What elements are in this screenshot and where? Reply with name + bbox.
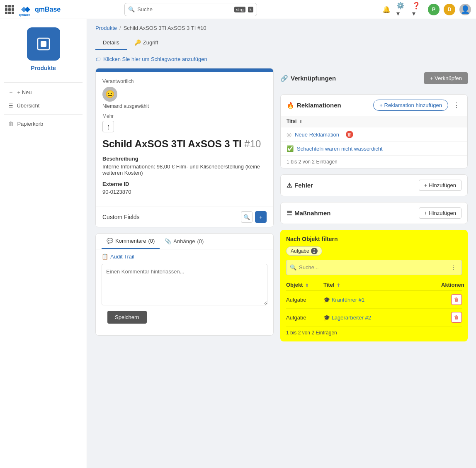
tags-bar[interactable]: 🏷 Klicken Sie hier um Schlagworte anzufü…: [95, 56, 468, 62]
comments-tab-kommentare[interactable]: 💬 Kommentare (0): [102, 234, 160, 249]
massnahmen-header: ☰ Maßnahmen + Hinzufügen: [281, 202, 467, 224]
search-bar[interactable]: 🔍 strg k: [124, 3, 257, 16]
sidebar-item-trash[interactable]: 🗑 Papierkorb: [4, 117, 82, 130]
sidebar-module-label: Produkte: [31, 65, 56, 71]
reklamation-link-1[interactable]: Schachteln waren nicht wasserdicht: [297, 146, 383, 152]
sidebar-item-overview[interactable]: ☰ Übersicht: [4, 99, 82, 112]
product-title-text: Schild AxSOS 3TI AxSOS 3 TI: [102, 138, 242, 149]
sidebar-divider-2: [4, 115, 82, 115]
verk-title: 🔗 Verknüpfungen: [280, 75, 336, 82]
attachment-icon: 📎: [165, 238, 171, 244]
row0-titel-link[interactable]: Kranführer #1: [332, 297, 365, 303]
col-objekt-header: Objekt ⬆: [286, 282, 323, 288]
objekt-sort: ⬆: [305, 283, 308, 288]
save-button[interactable]: Speichern: [107, 311, 147, 324]
col-titel-header: Titel ⬆: [323, 282, 441, 288]
status-icon-grey: ◎: [287, 131, 291, 138]
sidebar-item-trash-label: Papierkorb: [17, 121, 43, 127]
row0-objekt: Aufgabe: [286, 297, 323, 303]
fehler-title: ⚠ Fehler: [287, 182, 313, 189]
col-right: 🔗 Verknüpfungen + Verknüpfen 🔥 Reklamati…: [280, 68, 468, 341]
status-icon-green: ✅: [287, 145, 294, 152]
reklamation-link-0[interactable]: Neue Reklamation: [295, 132, 339, 138]
filter-badge-aufgabe[interactable]: Aufgabe 2: [286, 246, 322, 256]
externe-id-value: 90-0123870: [102, 189, 267, 195]
audit-trail-link[interactable]: 📋 Audit Trail: [96, 249, 273, 264]
sidebar-item-new-label: + Neu: [17, 89, 32, 95]
massnahmen-card: ☰ Maßnahmen + Hinzufügen: [280, 202, 468, 224]
row0-delete-button[interactable]: 🗑: [451, 294, 462, 305]
anhaenge-label: Anhänge: [173, 238, 195, 244]
fehler-title-text: Fehler: [294, 182, 313, 189]
grid-icon[interactable]: [5, 5, 14, 14]
nach-objekt-panel: Nach Objekt filtern Aufgabe 2 🔍 ⋮: [280, 230, 468, 341]
svg-rect-3: [41, 41, 46, 47]
avatar-niemand: 😐: [102, 87, 117, 102]
tab-details[interactable]: Details: [95, 36, 127, 50]
verk-title-text: Verknüpfungen: [291, 75, 336, 82]
nach-objekt-table-header: Objekt ⬆ Titel ⬆ Aktionen: [286, 279, 462, 291]
list-icon: ☰: [8, 102, 13, 109]
avatar-d[interactable]: D: [444, 4, 455, 15]
audit-icon: 📋: [102, 254, 108, 260]
topbar-right: 🔔 ⚙️ ▾ ❓ ▾ P D 👤: [381, 4, 471, 15]
task-icon-0: 🎓: [323, 297, 330, 303]
custom-fields-search-button[interactable]: 🔍: [241, 211, 253, 223]
col-aktionen-header: Aktionen: [441, 282, 462, 288]
avatar-user[interactable]: 👤: [459, 4, 471, 15]
topbar: qmBase qmBase 🔍 strg k 🔔 ⚙️ ▾ ❓ ▾ P D 👤: [0, 0, 476, 19]
search-icon-yellow: 🔍: [290, 264, 296, 271]
nach-objekt-search-input[interactable]: [299, 264, 446, 271]
custom-fields-add-button[interactable]: +: [255, 211, 267, 223]
row1-titel-link[interactable]: Lagerarbeiter #2: [332, 314, 371, 321]
nach-objekt-row-1: Aufgabe 🎓 Lagerarbeiter #2 🗑: [286, 309, 462, 327]
sidebar: Produkte ＋ + Neu ☰ Übersicht 🗑 Papierkor…: [0, 19, 87, 468]
help-icon[interactable]: ❓ ▾: [412, 4, 424, 15]
product-module-icon: [27, 27, 60, 61]
niemand-text: Niemand ausgewählt: [102, 103, 267, 109]
key-icon: 🔑: [134, 39, 141, 46]
reklamationen-footer: 1 bis 2 von 2 Einträgen: [281, 155, 467, 168]
mehr-button[interactable]: ⋮: [102, 121, 114, 132]
custom-fields-header: Custom Fields 🔍 +: [96, 207, 273, 227]
link-icon: 🔗: [280, 75, 288, 82]
comments-tab-bar: 💬 Kommentare (0) 📎 Anhänge (0): [96, 234, 273, 249]
sidebar-item-new[interactable]: ＋ + Neu: [4, 85, 82, 99]
search-input[interactable]: [137, 6, 232, 12]
reklamationen-more-button[interactable]: ⋮: [452, 100, 461, 111]
reklamationen-card: 🔥 Reklamationen + Reklamation hinzufügen…: [280, 94, 468, 168]
nach-objekt-search-bar[interactable]: 🔍 ⋮: [286, 260, 462, 275]
verk-button[interactable]: + Verknüpfen: [424, 72, 468, 84]
comments-card: 💬 Kommentare (0) 📎 Anhänge (0) 📋: [95, 233, 274, 336]
notification-icon[interactable]: 🔔: [381, 4, 392, 15]
row1-actions: 🗑: [441, 312, 462, 323]
col-objekt-label: Objekt: [286, 282, 303, 288]
settings-icon[interactable]: ⚙️ ▾: [396, 4, 408, 15]
main-content: Produkte / Schild AxSOS 3TI AxSOS 3 TI #…: [87, 19, 476, 468]
product-card: Verantwortlich 😐 Niemand ausgewählt Mehr…: [95, 68, 274, 227]
add-massnahmen-button[interactable]: + Hinzufügen: [419, 207, 461, 219]
col-aktionen-label: Aktionen: [441, 282, 464, 288]
comment-textarea[interactable]: [102, 264, 267, 305]
product-title: Schild AxSOS 3TI AxSOS 3 TI #10: [102, 138, 267, 150]
tab-zugriff[interactable]: 🔑 Zugriff: [127, 36, 166, 50]
comments-tab-anhaenge[interactable]: 📎 Anhänge (0): [160, 234, 209, 249]
detail-tabs: Details 🔑 Zugriff: [95, 36, 468, 50]
task-icon-1: 🎓: [323, 314, 330, 321]
row1-delete-button[interactable]: 🗑: [451, 312, 462, 323]
avatar-p[interactable]: P: [428, 4, 440, 15]
tag-icon: 🏷: [95, 56, 101, 62]
massnahmen-title: ☰ Maßnahmen: [287, 210, 331, 217]
filter-badge-count: 2: [311, 248, 318, 254]
nach-objekt-more-button[interactable]: ⋮: [448, 262, 458, 273]
add-reklamation-button[interactable]: + Reklamation hinzufügen: [373, 100, 448, 111]
col-left: Verantwortlich 😐 Niemand ausgewählt Mehr…: [95, 68, 274, 341]
breadcrumb-parent-link[interactable]: Produkte: [95, 25, 117, 31]
delete-rekl-icon-0[interactable]: 🗑: [346, 131, 353, 138]
fehler-header: ⚠ Fehler + Hinzufügen: [281, 175, 467, 196]
massnahmen-title-text: Maßnahmen: [294, 210, 331, 217]
kommentare-label: Kommentare: [115, 238, 146, 244]
add-fehler-button[interactable]: + Hinzufügen: [419, 180, 461, 191]
filter-badge-label: Aufgabe: [291, 248, 309, 254]
reklamationen-header: 🔥 Reklamationen + Reklamation hinzufügen…: [281, 95, 467, 116]
